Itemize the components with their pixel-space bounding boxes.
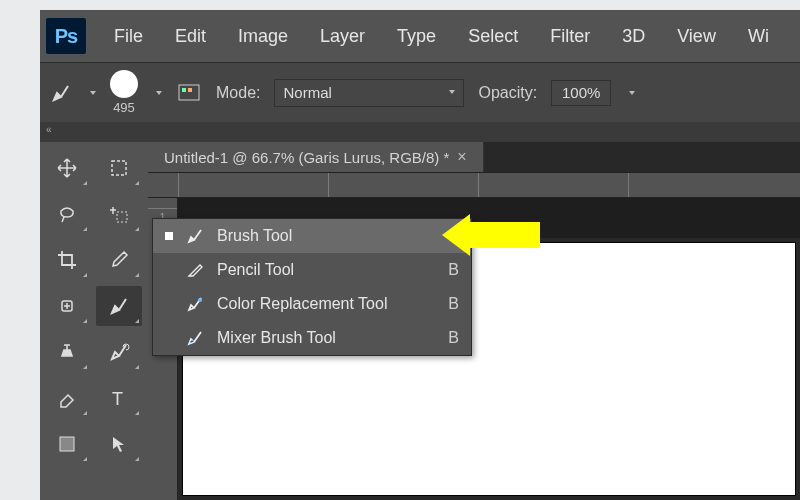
eyedropper-tool[interactable]	[96, 240, 142, 280]
brush-panel-icon[interactable]	[176, 80, 202, 106]
svg-rect-1	[182, 88, 186, 92]
quick-select-tool[interactable]	[96, 194, 142, 234]
marquee-tool[interactable]	[96, 148, 142, 188]
opacity-caret-icon[interactable]	[629, 91, 635, 95]
mode-caret-icon	[449, 90, 455, 94]
menu-window[interactable]: Wi	[734, 20, 783, 53]
document-tab[interactable]: Untitled-1 @ 66.7% (Garis Lurus, RGB/8) …	[148, 142, 484, 172]
svg-rect-3	[112, 161, 126, 175]
history-brush-tool[interactable]	[96, 332, 142, 372]
svg-rect-4	[117, 212, 127, 222]
check-icon	[165, 232, 173, 240]
brush-size-value: 495	[113, 100, 135, 115]
svg-rect-0	[179, 85, 199, 100]
flyout-item-label: Brush Tool	[217, 227, 292, 245]
mode-select[interactable]: Normal	[274, 79, 464, 107]
menu-select[interactable]: Select	[454, 20, 532, 53]
mode-label: Mode:	[216, 84, 260, 102]
opacity-label: Opacity:	[478, 84, 537, 102]
opacity-value[interactable]: 100%	[551, 80, 611, 106]
brush-tool[interactable]	[96, 286, 142, 326]
menu-edit[interactable]: Edit	[161, 20, 220, 53]
active-tool-icon[interactable]	[50, 82, 72, 104]
eraser-tool[interactable]	[44, 378, 90, 418]
menu-filter[interactable]: Filter	[536, 20, 604, 53]
document-title: Untitled-1 @ 66.7% (Garis Lurus, RGB/8) …	[164, 149, 449, 166]
menubar: Ps File Edit Image Layer Type Select Fil…	[40, 10, 800, 62]
svg-rect-7	[60, 437, 74, 451]
pencil-icon	[185, 261, 205, 279]
tool-presets-caret[interactable]	[90, 91, 96, 95]
brush-picker[interactable]: 495	[110, 70, 138, 115]
lasso-tool[interactable]	[44, 194, 90, 234]
mixer-brush-icon	[185, 329, 205, 347]
type-tool[interactable]: T	[96, 378, 142, 418]
color-replacement-icon	[185, 295, 205, 313]
options-bar: 495 Mode: Normal Opacity: 100%	[40, 62, 800, 122]
flyout-item-shortcut: B	[448, 261, 459, 279]
brush-preview-circle	[110, 70, 138, 98]
path-selection-tool[interactable]	[96, 424, 142, 464]
flyout-item-label: Pencil Tool	[217, 261, 294, 279]
ruler-horizontal[interactable]	[148, 172, 800, 198]
flyout-pencil-tool[interactable]: Pencil Tool B	[153, 253, 471, 287]
flyout-color-replacement-tool[interactable]: Color Replacement Tool B	[153, 287, 471, 321]
flyout-brush-tool[interactable]: Brush Tool	[153, 219, 471, 253]
flyout-mixer-brush-tool[interactable]: Mixer Brush Tool B	[153, 321, 471, 355]
brush-picker-caret[interactable]	[156, 91, 162, 95]
menu-image[interactable]: Image	[224, 20, 302, 53]
brush-tool-flyout: Brush Tool Pencil Tool B Color Replaceme…	[152, 218, 472, 356]
close-icon[interactable]: ×	[457, 148, 466, 166]
flyout-item-label: Mixer Brush Tool	[217, 329, 336, 347]
healing-brush-tool[interactable]	[44, 286, 90, 326]
svg-point-8	[198, 298, 202, 302]
move-tool[interactable]	[44, 148, 90, 188]
brush-icon	[185, 227, 205, 245]
svg-rect-2	[188, 88, 192, 92]
gradient-tool[interactable]	[44, 424, 90, 464]
crop-tool[interactable]	[44, 240, 90, 280]
flyout-item-shortcut: B	[448, 295, 459, 313]
menu-type[interactable]: Type	[383, 20, 450, 53]
app-logo: Ps	[46, 18, 86, 54]
menu-layer[interactable]: Layer	[306, 20, 379, 53]
flyout-item-label: Color Replacement Tool	[217, 295, 387, 313]
panel-collapse[interactable]: «	[40, 122, 800, 142]
menu-view[interactable]: View	[663, 20, 730, 53]
flyout-item-shortcut: B	[448, 329, 459, 347]
tools-panel: T	[40, 142, 148, 500]
clone-stamp-tool[interactable]	[44, 332, 90, 372]
svg-text:T: T	[112, 389, 123, 409]
menu-file[interactable]: File	[100, 20, 157, 53]
mode-value: Normal	[283, 84, 331, 101]
menu-3d[interactable]: 3D	[608, 20, 659, 53]
